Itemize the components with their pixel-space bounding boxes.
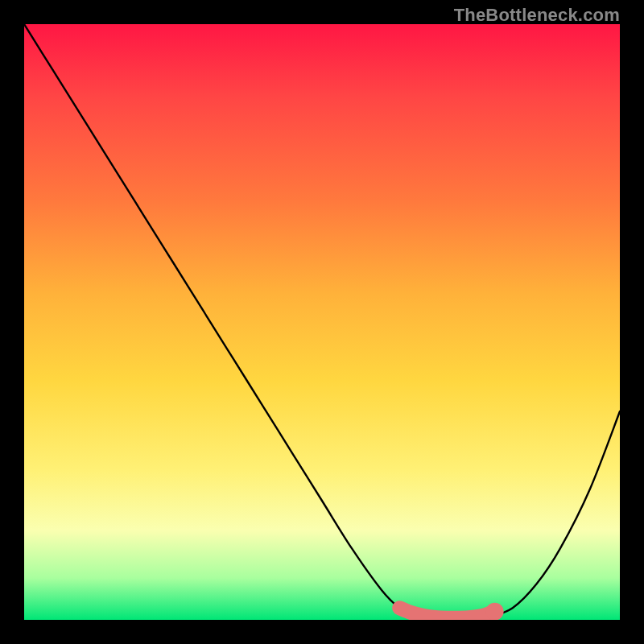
chart-stage: TheBottleneck.com [0,0,644,644]
optimal-marker-series [399,603,503,620]
bottleneck-curve [24,24,620,620]
optimal-marker-stroke [399,608,494,618]
plot-area [24,24,620,620]
optimal-marker-end-dot [486,603,504,620]
plot-svg [24,24,620,620]
watermark-label: TheBottleneck.com [454,5,620,26]
